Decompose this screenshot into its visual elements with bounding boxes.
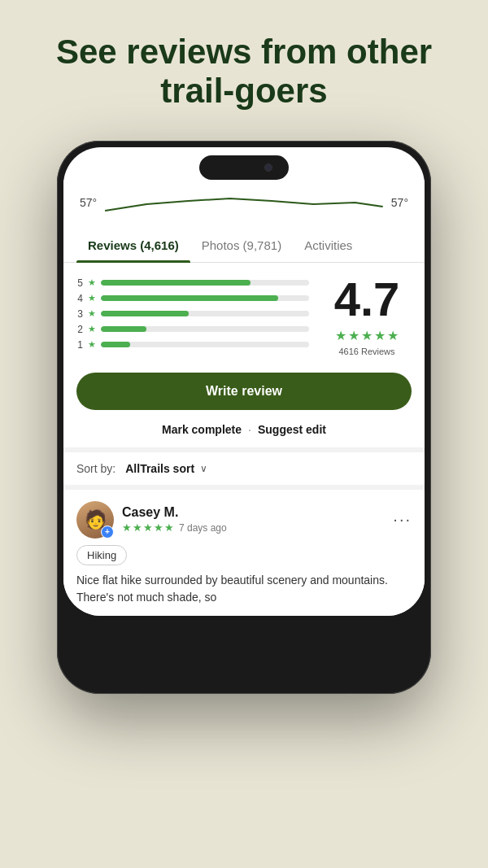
write-review-button[interactable]: Write review [76, 373, 412, 410]
mark-complete-link[interactable]: Mark complete [162, 423, 242, 436]
bar-row: 5 ★ [76, 277, 309, 289]
sort-prefix: Sort by: [76, 462, 115, 475]
review-text: Nice flat hike surrounded by beautiful s… [76, 572, 412, 606]
reviewer-name: Casey M. [122, 505, 227, 520]
badge-plus-icon: + [105, 528, 110, 536]
review-star-3: ★ [143, 521, 153, 534]
weather-chart [105, 186, 383, 219]
stars-row: ★ ★ ★ ★ ★ [322, 328, 412, 343]
bar-star-icon: ★ [88, 324, 96, 334]
sort-row: Sort by: AllTrails sort ∨ [63, 447, 425, 485]
review-card: 🧑 + Casey M. ★ ★ ★ ★ [63, 485, 425, 616]
reviewer-info: Casey M. ★ ★ ★ ★ ★ 7 days ago [122, 505, 227, 534]
bar-fill [101, 342, 130, 347]
bar-num: 1 [76, 339, 83, 351]
actions-row: Mark complete · Suggest edit [63, 420, 425, 447]
bar-track [101, 295, 309, 301]
phone-mockup: 57° 57° Reviews (4,616) Photos (9,781) A… [57, 141, 431, 694]
star-4: ★ [374, 328, 386, 343]
dot-separator: · [248, 423, 251, 436]
bars-container: 5 ★ 4 ★ 3 ★ 2 ★ 1 ★ [76, 277, 309, 355]
review-star-5: ★ [164, 521, 174, 534]
bar-track [101, 326, 309, 332]
more-options-button[interactable]: ··· [393, 510, 412, 529]
rating-number: 4.7 [322, 276, 412, 323]
tab-photos[interactable]: Photos (9,781) [190, 229, 293, 262]
bar-row: 1 ★ [76, 339, 309, 351]
bar-num: 2 [76, 324, 83, 335]
bar-track [101, 280, 309, 286]
phone-screen: 57° 57° Reviews (4,616) Photos (9,781) A… [63, 147, 425, 616]
review-star-1: ★ [122, 521, 132, 534]
bar-fill [101, 311, 189, 316]
bar-star-icon: ★ [88, 293, 96, 303]
tab-reviews[interactable]: Reviews (4,616) [76, 229, 190, 262]
dynamic-island [199, 155, 289, 180]
camera-dot [264, 164, 272, 172]
bar-row: 4 ★ [76, 293, 309, 304]
temp-right: 57° [391, 196, 408, 209]
review-star-2: ★ [133, 521, 142, 534]
tab-activities[interactable]: Activities [293, 229, 364, 262]
bar-row: 2 ★ [76, 324, 309, 335]
star-half: ★ [387, 328, 399, 343]
bar-fill [101, 295, 278, 301]
review-time: 7 days ago [179, 522, 227, 534]
bar-num: 3 [76, 308, 83, 320]
bar-star-icon: ★ [88, 339, 96, 350]
review-tag: Hiking [76, 545, 127, 565]
star-2: ★ [348, 328, 359, 343]
rating-summary: 4.7 ★ ★ ★ ★ ★ 4616 Reviews [322, 276, 412, 356]
chevron-down-icon: ∨ [198, 463, 207, 474]
avatar-wrap: 🧑 + [76, 501, 114, 539]
rating-section: 5 ★ 4 ★ 3 ★ 2 ★ 1 ★ [63, 263, 425, 366]
bar-fill [101, 280, 251, 286]
reviewer-header: 🧑 + Casey M. ★ ★ ★ ★ [76, 501, 412, 539]
reviewer-left: 🧑 + Casey M. ★ ★ ★ ★ [76, 501, 227, 539]
bar-fill [101, 326, 146, 332]
star-3: ★ [361, 328, 373, 343]
bar-track [101, 342, 309, 347]
bar-num: 4 [76, 293, 83, 304]
reviews-count: 4616 Reviews [322, 347, 412, 356]
weather-bar: 57° 57° [63, 180, 425, 229]
page-headline: See reviews from other trail-goers [33, 33, 455, 111]
sort-value[interactable]: AllTrails sort [125, 462, 194, 475]
avatar-badge: + [101, 526, 114, 539]
bar-row: 3 ★ [76, 308, 309, 320]
bar-star-icon: ★ [88, 277, 96, 288]
review-stars: ★ ★ ★ ★ ★ [122, 521, 174, 534]
bar-num: 5 [76, 277, 83, 289]
bar-star-icon: ★ [88, 308, 96, 319]
temp-left: 57° [80, 196, 97, 209]
star-1: ★ [335, 328, 346, 343]
bar-track [101, 311, 309, 316]
suggest-edit-link[interactable]: Suggest edit [258, 423, 326, 436]
reviewer-meta: ★ ★ ★ ★ ★ 7 days ago [122, 521, 227, 534]
review-star-4: ★ [154, 521, 163, 534]
tabs-row: Reviews (4,616) Photos (9,781) Activitie… [63, 229, 425, 263]
